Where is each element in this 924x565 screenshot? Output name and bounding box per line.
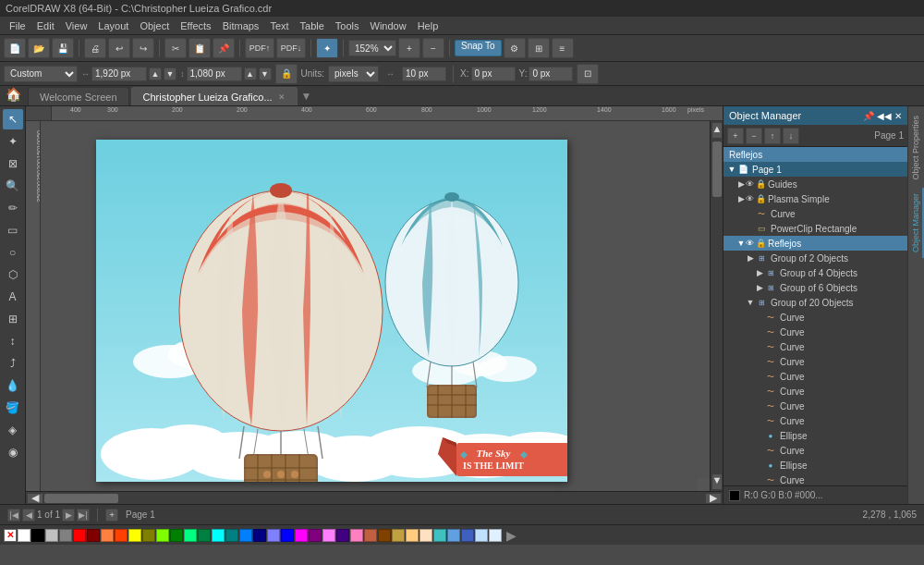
color-magenta[interactable]: [295, 529, 308, 542]
menu-file[interactable]: File: [4, 20, 31, 31]
menu-layout[interactable]: Layout: [92, 20, 134, 31]
color-teal[interactable]: [225, 529, 238, 542]
lock-ratio-btn[interactable]: 🔒: [275, 64, 298, 84]
polygon-tool[interactable]: ⬡: [3, 264, 23, 285]
export-btn[interactable]: PDF↓: [276, 38, 306, 58]
import-btn[interactable]: PDF↑: [245, 38, 274, 58]
menu-tools[interactable]: Tools: [330, 20, 365, 31]
zoom-out-btn[interactable]: −: [422, 38, 444, 58]
color-darkred[interactable]: [87, 529, 100, 542]
tab-arrow-btn[interactable]: ▼: [301, 90, 312, 103]
color-cream[interactable]: [419, 529, 432, 542]
zoom-select[interactable]: 152%: [348, 40, 396, 56]
dim-tool[interactable]: ↕: [3, 331, 23, 351]
new-btn[interactable]: 📄: [4, 38, 26, 58]
color-yellow[interactable]: [128, 529, 141, 542]
panel-close-btn[interactable]: ✕: [894, 111, 902, 121]
delete-layer-btn[interactable]: −: [746, 128, 762, 144]
menu-effects[interactable]: Effects: [175, 20, 216, 31]
tree-curve-6[interactable]: 〜 Curve: [723, 369, 907, 384]
height-input[interactable]: 1,080 px: [187, 67, 242, 81]
tree-page1[interactable]: ▼ 📄 Page 1: [723, 162, 907, 177]
scroll-left-btn[interactable]: ◀: [28, 494, 43, 503]
color-springgreen[interactable]: [184, 529, 197, 542]
tree-curve-4[interactable]: 〜 Curve: [723, 339, 907, 354]
scroll-horizontal[interactable]: ◀ ▶: [26, 491, 723, 504]
tree-plasma[interactable]: ▶ 👁 🔒 Plasma Simple: [723, 191, 907, 206]
color-peach[interactable]: [406, 529, 419, 542]
color-gold[interactable]: [392, 529, 405, 542]
snap-to-btn[interactable]: Snap To: [455, 40, 502, 56]
width-spindown[interactable]: ▼: [164, 68, 176, 80]
menu-window[interactable]: Window: [365, 20, 412, 31]
color-navy[interactable]: [253, 529, 266, 542]
color-skyblue[interactable]: [447, 529, 460, 542]
copy-btn[interactable]: 📋: [188, 38, 211, 58]
color-orange[interactable]: [101, 529, 114, 542]
menu-view[interactable]: View: [60, 20, 93, 31]
color-red[interactable]: [73, 529, 86, 542]
tree-area[interactable]: ▼ 📄 Page 1 ▶ 👁 🔒 Guides ▶ 👁 🔒 Plasma Sim…: [723, 162, 907, 485]
color-copper[interactable]: [364, 529, 377, 542]
width-spinup[interactable]: ▲: [149, 68, 162, 80]
height-spindown[interactable]: ▼: [259, 68, 272, 80]
color-cyan[interactable]: [212, 529, 225, 542]
next-page-btn[interactable]: ▶: [62, 509, 75, 522]
height-spinup[interactable]: ▲: [244, 68, 257, 80]
tree-ellipse-1[interactable]: ● Ellipse: [723, 428, 907, 443]
tree-curve-9[interactable]: 〜 Curve: [723, 413, 907, 428]
last-page-btn[interactable]: ▶|: [77, 509, 90, 522]
paste-btn[interactable]: 📌: [213, 38, 235, 58]
color-periwinkle[interactable]: [267, 529, 280, 542]
color-brown[interactable]: [378, 529, 391, 542]
x-input[interactable]: 0 px: [471, 67, 516, 81]
transform-btn[interactable]: ⊡: [577, 64, 599, 84]
menu-table[interactable]: Table: [295, 20, 330, 31]
tree-curve-7[interactable]: 〜 Curve: [723, 384, 907, 399]
zoom-in-btn[interactable]: +: [398, 38, 420, 58]
tree-curve-3[interactable]: 〜 Curve: [723, 325, 907, 339]
eyedropper-tool[interactable]: 💧: [3, 375, 23, 396]
scroll-up-btn[interactable]: ▲: [712, 123, 722, 138]
color-darkorange[interactable]: [115, 529, 128, 542]
crop-tool[interactable]: ⊠: [3, 154, 23, 174]
open-btn[interactable]: 📂: [28, 38, 50, 58]
panel-pin-btn[interactable]: 📌: [863, 111, 874, 121]
color-slateblue[interactable]: [461, 529, 474, 542]
color-azure[interactable]: [239, 529, 252, 542]
y-input[interactable]: 0 px: [529, 67, 573, 81]
tree-curve-8[interactable]: 〜 Curve: [723, 399, 907, 413]
step-input[interactable]: 10 px: [402, 67, 446, 81]
tree-curve-11[interactable]: 〜 Curve: [723, 473, 907, 485]
prev-page-btn[interactable]: ◀: [22, 509, 35, 522]
color-white[interactable]: [18, 529, 30, 542]
menu-edit[interactable]: Edit: [31, 20, 60, 31]
connector-tool[interactable]: ⤴: [3, 353, 23, 374]
tree-curve-5[interactable]: 〜 Curve: [723, 354, 907, 369]
color-silver[interactable]: [45, 529, 58, 542]
palette-scroll-right[interactable]: ▶: [506, 528, 517, 543]
color-pink[interactable]: [322, 529, 335, 542]
preset-select[interactable]: Custom: [4, 66, 78, 82]
tree-curve-1[interactable]: 〜 Curve: [723, 206, 907, 221]
tree-reflejos[interactable]: ▼ 👁 🔒 Reflejos: [723, 236, 907, 251]
color-violet[interactable]: [336, 529, 349, 542]
menu-bitmaps[interactable]: Bitmaps: [217, 20, 265, 31]
rt-tab-properties[interactable]: Object Properties: [909, 110, 924, 186]
select-tool[interactable]: ↖: [3, 109, 23, 129]
width-input[interactable]: 1,920 px: [91, 67, 147, 81]
smart-fill-tool[interactable]: ◉: [3, 442, 23, 462]
tree-powerclip[interactable]: ▭ PowerClip Rectangle: [723, 221, 907, 236]
color-gray[interactable]: [59, 529, 72, 542]
scroll-vertical[interactable]: ▲ ▼: [710, 121, 723, 491]
tab-close-btn[interactable]: ✕: [278, 92, 286, 102]
color-lightpink[interactable]: [350, 529, 363, 542]
tab-welcome[interactable]: Welcome Screen: [28, 87, 129, 105]
color-lightblue[interactable]: [475, 529, 488, 542]
redo-btn[interactable]: ↪: [132, 38, 154, 58]
zoom-tool[interactable]: 🔍: [3, 176, 23, 196]
tree-ellipse-2[interactable]: ● Ellipse: [723, 458, 907, 473]
rt-tab-manager[interactable]: Object Manager: [909, 188, 924, 258]
color-blue[interactable]: [281, 529, 294, 542]
scroll-thumb-h[interactable]: [44, 494, 118, 503]
